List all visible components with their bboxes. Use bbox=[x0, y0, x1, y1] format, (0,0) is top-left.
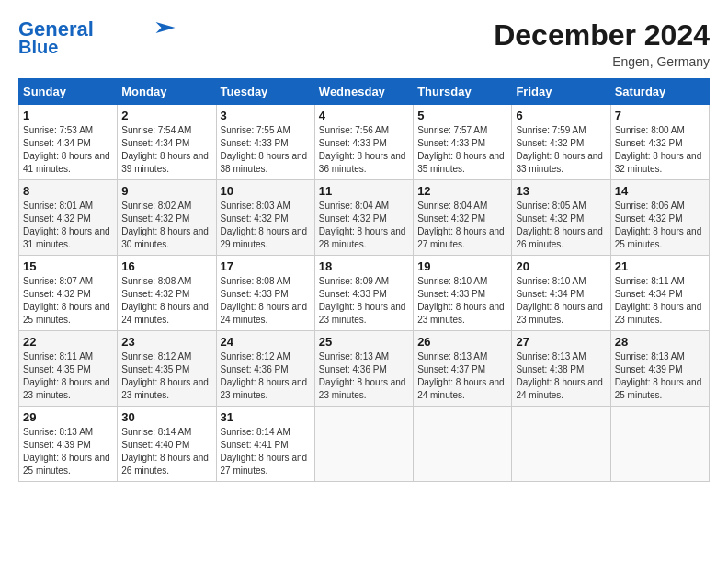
empty-cell bbox=[314, 407, 413, 482]
sunset-label: Sunset: 4:34 PM bbox=[121, 138, 189, 148]
sunrise-label: Sunrise: 8:08 AM bbox=[221, 276, 290, 286]
sunrise-label: Sunrise: 8:07 AM bbox=[23, 276, 93, 286]
day-cell-14: 14 Sunrise: 8:06 AM Sunset: 4:32 PM Dayl… bbox=[610, 180, 709, 256]
day-info: Sunrise: 8:05 AM Sunset: 4:32 PM Dayligh… bbox=[516, 200, 606, 251]
daylight-label: Daylight: 8 hours and 36 minutes. bbox=[319, 151, 406, 174]
sunrise-label: Sunrise: 8:13 AM bbox=[615, 351, 685, 362]
daylight-label: Daylight: 8 hours and 41 minutes. bbox=[23, 151, 110, 174]
day-number: 12 bbox=[417, 184, 507, 198]
daylight-label: Daylight: 8 hours and 24 minutes. bbox=[121, 302, 209, 325]
sunrise-label: Sunrise: 8:13 AM bbox=[23, 427, 93, 437]
sunrise-label: Sunrise: 8:01 AM bbox=[23, 201, 93, 211]
sunset-label: Sunset: 4:32 PM bbox=[23, 213, 91, 224]
sunrise-label: Sunrise: 8:13 AM bbox=[319, 351, 389, 362]
sunset-label: Sunset: 4:39 PM bbox=[23, 440, 91, 450]
sunset-label: Sunset: 4:38 PM bbox=[516, 364, 584, 374]
empty-cell bbox=[610, 407, 709, 482]
day-number: 25 bbox=[319, 335, 409, 349]
daylight-label: Daylight: 8 hours and 30 minutes. bbox=[121, 226, 209, 249]
day-info: Sunrise: 8:09 AM Sunset: 4:33 PM Dayligh… bbox=[319, 275, 409, 327]
day-cell-25: 25 Sunrise: 8:13 AM Sunset: 4:36 PM Dayl… bbox=[314, 331, 413, 407]
day-cell-21: 21 Sunrise: 8:11 AM Sunset: 4:34 PM Dayl… bbox=[610, 256, 709, 331]
weekday-header-saturday: Saturday bbox=[610, 79, 709, 105]
day-cell-10: 10 Sunrise: 8:03 AM Sunset: 4:32 PM Dayl… bbox=[216, 180, 314, 256]
day-info: Sunrise: 8:14 AM Sunset: 4:40 PM Dayligh… bbox=[121, 426, 211, 477]
daylight-label: Daylight: 8 hours and 23 minutes. bbox=[319, 302, 406, 325]
daylight-label: Daylight: 8 hours and 39 minutes. bbox=[121, 151, 209, 174]
day-number: 11 bbox=[319, 184, 409, 198]
sunrise-label: Sunrise: 8:05 AM bbox=[516, 201, 586, 211]
sunrise-label: Sunrise: 8:10 AM bbox=[516, 276, 586, 286]
day-number: 24 bbox=[221, 335, 311, 349]
day-cell-18: 18 Sunrise: 8:09 AM Sunset: 4:33 PM Dayl… bbox=[314, 256, 413, 331]
day-number: 15 bbox=[23, 259, 113, 273]
sunrise-label: Sunrise: 8:00 AM bbox=[615, 125, 685, 135]
empty-cell bbox=[512, 407, 610, 482]
day-cell-28: 28 Sunrise: 8:13 AM Sunset: 4:39 PM Dayl… bbox=[610, 331, 709, 407]
daylight-label: Daylight: 8 hours and 26 minutes. bbox=[121, 453, 209, 476]
sunset-label: Sunset: 4:41 PM bbox=[221, 440, 289, 450]
day-info: Sunrise: 8:13 AM Sunset: 4:36 PM Dayligh… bbox=[319, 350, 409, 402]
day-number: 14 bbox=[615, 184, 705, 198]
sunrise-label: Sunrise: 8:08 AM bbox=[121, 276, 191, 286]
day-number: 30 bbox=[121, 410, 211, 424]
day-cell-13: 13 Sunrise: 8:05 AM Sunset: 4:32 PM Dayl… bbox=[512, 180, 610, 256]
daylight-label: Daylight: 8 hours and 25 minutes. bbox=[615, 377, 702, 400]
week-row-2: 8 Sunrise: 8:01 AM Sunset: 4:32 PM Dayli… bbox=[19, 180, 710, 256]
sunrise-label: Sunrise: 7:54 AM bbox=[121, 125, 191, 135]
sunrise-label: Sunrise: 8:12 AM bbox=[221, 351, 290, 362]
sunset-label: Sunset: 4:32 PM bbox=[319, 213, 387, 224]
day-number: 28 bbox=[615, 335, 705, 349]
daylight-label: Daylight: 8 hours and 28 minutes. bbox=[319, 226, 406, 249]
day-info: Sunrise: 8:13 AM Sunset: 4:37 PM Dayligh… bbox=[417, 350, 507, 402]
day-info: Sunrise: 7:53 AM Sunset: 4:34 PM Dayligh… bbox=[23, 124, 113, 176]
day-cell-1: 1 Sunrise: 7:53 AM Sunset: 4:34 PM Dayli… bbox=[19, 105, 118, 180]
day-cell-6: 6 Sunrise: 7:59 AM Sunset: 4:32 PM Dayli… bbox=[512, 105, 610, 180]
daylight-label: Daylight: 8 hours and 35 minutes. bbox=[417, 151, 505, 174]
logo-blue-text: Blue bbox=[18, 37, 58, 57]
location: Engen, Germany bbox=[494, 54, 710, 69]
sunrise-label: Sunrise: 8:09 AM bbox=[319, 276, 389, 286]
sunrise-label: Sunrise: 8:11 AM bbox=[615, 276, 685, 286]
daylight-label: Daylight: 8 hours and 23 minutes. bbox=[417, 302, 505, 325]
daylight-label: Daylight: 8 hours and 27 minutes. bbox=[417, 226, 505, 249]
day-info: Sunrise: 8:13 AM Sunset: 4:39 PM Dayligh… bbox=[23, 426, 113, 477]
weekday-header-sunday: Sunday bbox=[19, 79, 118, 105]
day-cell-20: 20 Sunrise: 8:10 AM Sunset: 4:34 PM Dayl… bbox=[512, 256, 610, 331]
sunrise-label: Sunrise: 8:04 AM bbox=[319, 201, 389, 211]
sunset-label: Sunset: 4:35 PM bbox=[23, 364, 91, 374]
daylight-label: Daylight: 8 hours and 25 minutes. bbox=[23, 302, 110, 325]
day-number: 23 bbox=[121, 335, 211, 349]
sunrise-label: Sunrise: 8:13 AM bbox=[516, 351, 586, 362]
day-cell-24: 24 Sunrise: 8:12 AM Sunset: 4:36 PM Dayl… bbox=[216, 331, 314, 407]
sunrise-label: Sunrise: 8:12 AM bbox=[121, 351, 191, 362]
sunset-label: Sunset: 4:33 PM bbox=[221, 289, 289, 299]
day-number: 13 bbox=[516, 184, 606, 198]
day-cell-8: 8 Sunrise: 8:01 AM Sunset: 4:32 PM Dayli… bbox=[19, 180, 118, 256]
day-cell-23: 23 Sunrise: 8:12 AM Sunset: 4:35 PM Dayl… bbox=[118, 331, 216, 407]
day-info: Sunrise: 8:12 AM Sunset: 4:35 PM Dayligh… bbox=[121, 350, 211, 402]
sunset-label: Sunset: 4:32 PM bbox=[516, 138, 584, 148]
day-cell-5: 5 Sunrise: 7:57 AM Sunset: 4:33 PM Dayli… bbox=[414, 105, 512, 180]
sunrise-label: Sunrise: 8:13 AM bbox=[417, 351, 487, 362]
weekday-header-friday: Friday bbox=[512, 79, 610, 105]
calendar-table: SundayMondayTuesdayWednesdayThursdayFrid… bbox=[18, 78, 710, 482]
day-info: Sunrise: 8:13 AM Sunset: 4:39 PM Dayligh… bbox=[615, 350, 705, 402]
week-row-1: 1 Sunrise: 7:53 AM Sunset: 4:34 PM Dayli… bbox=[19, 105, 710, 180]
sunrise-label: Sunrise: 8:14 AM bbox=[221, 427, 290, 437]
day-cell-22: 22 Sunrise: 8:11 AM Sunset: 4:35 PM Dayl… bbox=[19, 331, 118, 407]
day-number: 3 bbox=[221, 109, 311, 122]
daylight-label: Daylight: 8 hours and 23 minutes. bbox=[516, 302, 603, 325]
day-cell-29: 29 Sunrise: 8:13 AM Sunset: 4:39 PM Dayl… bbox=[19, 407, 118, 482]
week-row-3: 15 Sunrise: 8:07 AM Sunset: 4:32 PM Dayl… bbox=[19, 256, 710, 331]
day-number: 29 bbox=[23, 410, 113, 424]
sunrise-label: Sunrise: 7:55 AM bbox=[221, 125, 290, 135]
day-info: Sunrise: 8:06 AM Sunset: 4:32 PM Dayligh… bbox=[615, 200, 705, 251]
week-row-4: 22 Sunrise: 8:11 AM Sunset: 4:35 PM Dayl… bbox=[19, 331, 710, 407]
daylight-label: Daylight: 8 hours and 23 minutes. bbox=[23, 377, 110, 400]
day-number: 31 bbox=[221, 410, 311, 424]
sunrise-label: Sunrise: 7:59 AM bbox=[516, 125, 586, 135]
daylight-label: Daylight: 8 hours and 26 minutes. bbox=[516, 226, 603, 249]
sunset-label: Sunset: 4:37 PM bbox=[417, 364, 485, 374]
day-number: 9 bbox=[121, 184, 211, 198]
